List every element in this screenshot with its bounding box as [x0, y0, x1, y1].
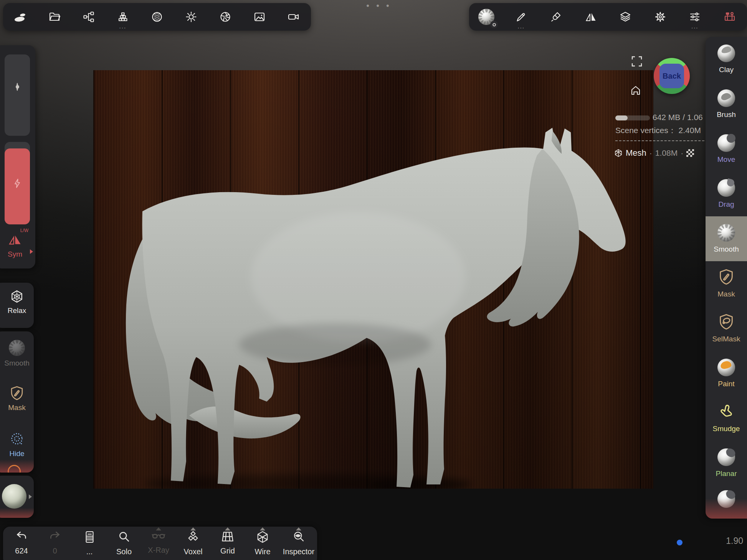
bottom-undo-arrow[interactable]: 624 [4, 530, 39, 555]
symmetry-toggle[interactable]: L/W Sym [0, 232, 35, 259]
sphere-paint-icon [717, 359, 735, 376]
shield-mask-icon [719, 269, 734, 287]
material-panel[interactable] [0, 476, 34, 518]
material-preview-icon[interactable] [476, 6, 497, 28]
scene-graph-icon[interactable] [78, 6, 99, 28]
scale-indicator-dot[interactable] [677, 540, 683, 545]
tool-planar[interactable]: Planar [706, 441, 747, 486]
popup-caret-icon [260, 527, 265, 530]
tool-selmask[interactable]: SelMask [706, 306, 747, 351]
tool-clay[interactable]: Clay [706, 37, 747, 82]
postprocess-aperture-icon[interactable] [215, 6, 236, 28]
tool-smudge[interactable]: Smudge [706, 396, 747, 441]
mesh-texture-icon [686, 149, 694, 157]
settings-gear-icon[interactable] [649, 6, 671, 28]
tool-partial[interactable] [706, 486, 747, 512]
toolbox-icon[interactable] [719, 6, 740, 28]
mask-tool-left[interactable]: Mask [0, 386, 34, 412]
camera-icon[interactable] [283, 6, 304, 28]
hide-tool[interactable]: Hide [0, 432, 34, 458]
tool-label: Clay [719, 66, 734, 74]
paintbrush-icon[interactable] [545, 6, 567, 28]
topology-sphere-icon[interactable] [146, 6, 168, 28]
top-right-toolbar: ... ... [469, 3, 747, 31]
relax-tool-panel: Relax [0, 283, 34, 328]
inspector-icon [292, 530, 305, 545]
tool-drag[interactable]: Drag [706, 171, 747, 216]
tool-brush[interactable]: Brush [706, 82, 747, 127]
tool-label: Smudge [713, 425, 740, 433]
intensity-lightning-icon [13, 178, 22, 188]
sculpt-viewport[interactable] [93, 70, 653, 489]
undo-arrow-icon [15, 530, 28, 544]
bottom-toolbar: 6240...SoloX-RayVoxelGridWireInspector [3, 527, 317, 560]
symmetry-icon[interactable] [580, 6, 602, 28]
popup-caret-icon [225, 527, 230, 530]
redo-arrow-icon [48, 530, 61, 544]
memory-usage-bar [615, 115, 650, 120]
background-image-icon[interactable] [249, 6, 270, 28]
layers-icon[interactable] [615, 6, 636, 28]
relax-tool[interactable]: Relax [0, 290, 34, 315]
home-icon[interactable] [630, 84, 641, 97]
primitives-icon[interactable]: ... [112, 6, 134, 28]
files-folder-icon[interactable] [44, 6, 65, 28]
bottom-grid[interactable]: Grid [210, 530, 245, 555]
bottom-magnifier[interactable]: Solo [107, 530, 141, 556]
hide-lasso-icon [10, 432, 24, 446]
mesh-name: Mesh [626, 148, 646, 158]
tool-mask[interactable]: Mask [706, 261, 747, 306]
fullscreen-icon[interactable] [631, 56, 642, 68]
tool-paint[interactable]: Paint [706, 351, 747, 396]
lighting-sun-icon[interactable] [180, 6, 202, 28]
wireframe-icon [256, 530, 269, 545]
brush-radius-slider[interactable] [5, 54, 30, 136]
dot-separator: · [649, 148, 652, 158]
bottom-wireframe[interactable]: Wire [245, 530, 280, 556]
dot-separator: · [681, 148, 683, 158]
interface-sliders-icon[interactable]: ... [684, 6, 706, 28]
bottom-label: 624 [15, 547, 28, 555]
mask-shield-icon [10, 386, 24, 400]
mesh-icosphere-icon [614, 149, 623, 157]
sym-lw-badge: L/W [20, 228, 28, 233]
nomad-logo-icon[interactable] [10, 6, 31, 28]
mesh-status-row[interactable]: Mesh · 1.08M · [614, 148, 694, 158]
sphere-flatten-icon [717, 490, 735, 508]
bottom-label: X-Ray [148, 546, 169, 555]
stylus-icon[interactable]: ... [511, 6, 532, 28]
bottom-label: Solo [116, 547, 132, 556]
viewport-menu-dots[interactable]: • • • [362, 1, 396, 11]
tool-label: Drag [718, 200, 734, 209]
smooth-label: Smooth [4, 359, 29, 367]
sphere-brush-icon [717, 89, 735, 107]
bottom-label: Grid [220, 547, 235, 555]
top-left-toolbar: ... [3, 3, 311, 31]
mask-label: Mask [8, 404, 25, 412]
brush-intensity-slider[interactable] [5, 142, 30, 224]
scene-vertices-text: Scene vertices： 2.40M [615, 125, 701, 136]
left-tools-panel: Smooth Mask Hide [0, 331, 34, 473]
bottom-voxel-cubes[interactable]: Voxel [176, 530, 210, 556]
bottom-redo-arrow: 0 [38, 530, 72, 555]
tool-label: SelMask [712, 335, 740, 343]
stylus-more-dots: ... [517, 25, 525, 28]
sym-label: Sym [8, 250, 22, 259]
bottom-label: ... [86, 547, 93, 556]
tool-label: Move [717, 155, 735, 164]
bottom-xray-glasses: X-Ray [141, 530, 176, 555]
voxel-cubes-icon [187, 530, 200, 545]
bottom-notebook[interactable]: ... [72, 530, 107, 556]
tool-move[interactable]: Move [706, 127, 747, 171]
sym-expand-arrow[interactable] [30, 249, 33, 254]
material-sphere[interactable] [2, 484, 26, 509]
back-navigation-gizmo[interactable]: Back [654, 58, 690, 94]
tool-smooth[interactable]: Smooth [706, 216, 747, 261]
popup-caret-icon [156, 527, 161, 530]
smooth-tool-left[interactable]: Smooth [0, 340, 34, 367]
back-button[interactable]: Back [659, 64, 684, 88]
sliders-more-dots: ... [691, 25, 699, 28]
material-expand-arrow[interactable] [29, 494, 32, 499]
bottom-label: Wire [255, 547, 270, 556]
bottom-inspector[interactable]: Inspector [281, 530, 316, 556]
